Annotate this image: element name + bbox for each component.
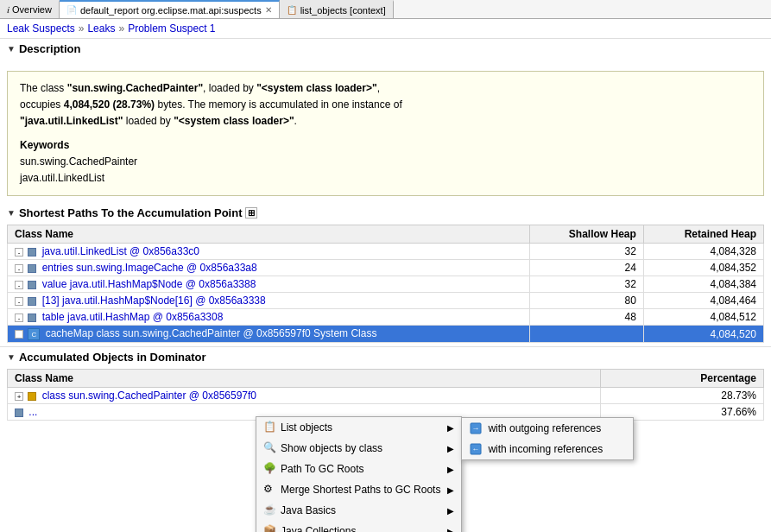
col-shallow-heap: Shallow Heap xyxy=(530,225,644,244)
expand-icon[interactable]: - xyxy=(15,264,23,273)
tab-list-objects[interactable]: 📋 list_objects [context] xyxy=(280,0,394,18)
context-menu-list-objects[interactable]: 📋 List objects ▶ → with outgoing referen… xyxy=(256,417,461,438)
list-objects-submenu: → with outgoing references ← with incomi… xyxy=(461,417,634,460)
description-text-line3: "java.util.LinkedList" loaded by "<syste… xyxy=(20,113,751,130)
breadcrumb-sep-2: » xyxy=(118,22,124,35)
breadcrumb-sep-1: » xyxy=(79,22,85,35)
incoming-icon: ← xyxy=(469,442,483,456)
dom-obj-icon xyxy=(28,392,36,401)
outgoing-label: with outgoing references xyxy=(488,422,601,434)
context-menu: 📋 List objects ▶ → with outgoing referen… xyxy=(256,416,462,532)
list-objects-label: List objects xyxy=(281,421,440,434)
tab-default-report[interactable]: 📄 default_report org.eclipse.mat.api:sus… xyxy=(60,0,280,18)
context-obj-icon: C xyxy=(28,328,40,340)
class-link[interactable]: value java.util.HashMap$Node @ 0x856a338… xyxy=(42,278,256,290)
expand-icon[interactable]: - xyxy=(15,281,23,289)
list-objects-icon: 📋 xyxy=(287,5,297,15)
expand-icon[interactable]: - xyxy=(15,314,23,322)
expand-icon[interactable]: - xyxy=(15,297,23,306)
table-row[interactable]: - [13] java.util.HashMap$Node[16] @ 0x85… xyxy=(8,293,764,309)
shortest-paths-table: Class Name Shallow Heap Retained Heap - … xyxy=(7,225,764,343)
merge-paths-label: Merge Shortest Paths to GC Roots xyxy=(281,484,440,496)
obj-icon xyxy=(28,248,36,256)
row-class: - value java.util.HashMap$Node @ 0x856a3… xyxy=(8,276,530,293)
submenu-arrow-6: ▶ xyxy=(447,527,454,533)
row-class: - entries sun.swing.ImageCache @ 0x856a3… xyxy=(8,260,530,276)
class-link[interactable]: table java.util.HashMap @ 0x856a3308 xyxy=(42,311,224,323)
table-row[interactable]: - table java.util.HashMap @ 0x856a3308 4… xyxy=(8,309,764,326)
description-section: ▼ Description xyxy=(0,39,771,67)
submenu-incoming[interactable]: ← with incoming references xyxy=(462,439,633,459)
accumulated-title: ▼ Accumulated Objects in Dominator xyxy=(7,351,764,364)
svg-text:←: ← xyxy=(472,445,480,453)
tab-overview-label: 𝑖 Overview xyxy=(7,4,52,16)
context-menu-java-basics[interactable]: ☕ Java Basics ▶ xyxy=(256,500,461,521)
breadcrumb: Leak Suspects » Leaks » Problem Suspect … xyxy=(0,19,771,39)
breadcrumb-leaks[interactable]: Leaks xyxy=(87,22,115,35)
shallow-heap xyxy=(530,326,644,343)
context-menu-gc-roots[interactable]: 🌳 Path To GC Roots ▶ xyxy=(256,459,461,479)
retained-heap: 4,084,328 xyxy=(643,244,763,260)
description-box: The class "sun.swing.CachedPainter", loa… xyxy=(7,71,764,196)
context-menu-merge-paths[interactable]: ⚙ Merge Shortest Paths to GC Roots ▶ xyxy=(256,479,461,500)
dom-table-row[interactable]: + class sun.swing.CachedPainter @ 0x8565… xyxy=(8,387,764,403)
dom-col-class: Class Name xyxy=(8,369,601,387)
expand-icon[interactable]: + xyxy=(15,330,23,339)
expand-icon[interactable]: - xyxy=(15,248,23,256)
dom-col-percentage: Percentage xyxy=(601,369,764,387)
row-class: - [13] java.util.HashMap$Node[16] @ 0x85… xyxy=(8,293,530,309)
retained-heap: 4,084,512 xyxy=(643,309,763,326)
shortest-paths-collapse-icon[interactable]: ▼ xyxy=(7,208,16,218)
svg-text:→: → xyxy=(472,424,480,433)
retained-heap: 4,084,520 xyxy=(643,326,763,343)
dom-expand-icon[interactable]: + xyxy=(15,392,23,401)
breadcrumb-problem-suspect[interactable]: Problem Suspect 1 xyxy=(128,22,215,35)
shortest-paths-icon[interactable]: ⊞ xyxy=(245,207,257,218)
list-class-name: "java.util.LinkedList" xyxy=(20,115,123,127)
retained-heap: 4,084,352 xyxy=(643,260,763,276)
description-text-line2: occupies 4,084,520 (28.73%) bytes. The m… xyxy=(20,97,751,113)
shallow-heap: 32 xyxy=(530,244,644,260)
table-row[interactable]: - entries sun.swing.ImageCache @ 0x856a3… xyxy=(8,260,764,276)
table-row[interactable]: - java.util.LinkedList @ 0x856a33c0 32 4… xyxy=(8,244,764,260)
context-menu-show-objects[interactable]: 🔍 Show objects by class ▶ xyxy=(256,438,461,459)
shallow-heap: 32 xyxy=(530,276,644,293)
collapse-icon[interactable]: ▼ xyxy=(7,44,16,54)
list-objects-icon: 📋 xyxy=(263,421,277,434)
class-link[interactable]: java.util.LinkedList @ 0x856a33c0 xyxy=(42,245,199,257)
shortest-paths-title: ▼ Shortest Paths To the Accumulation Poi… xyxy=(7,206,764,219)
table-row-selected[interactable]: + C cacheMap class sun.swing.CachedPaint… xyxy=(8,326,764,343)
obj-icon xyxy=(28,297,36,306)
keywords-section: Keywords sun.swing.CachedPainter java.ut… xyxy=(20,137,751,187)
report-icon: 📄 xyxy=(66,5,77,15)
retained-heap: 4,084,384 xyxy=(643,276,763,293)
submenu-arrow-5: ▶ xyxy=(447,506,454,516)
class-link[interactable]: entries sun.swing.ImageCache @ 0x856a33a… xyxy=(42,262,257,274)
loader-name-2: "<system class loader>" xyxy=(174,115,294,127)
submenu-arrow: ▶ xyxy=(447,423,454,433)
tab-default-report-label: default_report org.eclipse.mat.api:suspe… xyxy=(80,5,262,16)
show-objects-icon: 🔍 xyxy=(263,441,277,455)
dom-class-link-2[interactable]: ... xyxy=(28,406,37,418)
keywords-title: Keywords xyxy=(20,137,751,154)
dom-class-link[interactable]: class sun.swing.CachedPainter @ 0x856597… xyxy=(42,390,256,402)
tab-list-objects-label: list_objects [context] xyxy=(300,5,386,16)
accumulated-heading: Accumulated Objects in Dominator xyxy=(19,351,206,364)
breadcrumb-leak-suspects[interactable]: Leak Suspects xyxy=(7,22,75,35)
java-collections-icon: 📦 xyxy=(263,524,277,532)
dom-class: + class sun.swing.CachedPainter @ 0x8565… xyxy=(8,387,601,403)
class-link[interactable]: cacheMap class sun.swing.CachedPainter @… xyxy=(46,327,377,339)
row-class: - java.util.LinkedList @ 0x856a33c0 xyxy=(8,244,530,260)
submenu-outgoing[interactable]: → with outgoing references xyxy=(462,418,633,439)
class-name: "sun.swing.CachedPainter" xyxy=(67,82,203,94)
tab-overview[interactable]: 𝑖 Overview xyxy=(0,0,60,18)
class-link[interactable]: [13] java.util.HashMap$Node[16] @ 0x856a… xyxy=(42,294,266,307)
context-menu-java-collections[interactable]: 📦 Java Collections ▶ xyxy=(256,521,461,532)
keyword-1: sun.swing.CachedPainter xyxy=(20,154,751,170)
gc-roots-icon: 🌳 xyxy=(263,462,277,476)
obj-icon xyxy=(28,314,36,322)
tab-close-button[interactable]: ✕ xyxy=(265,5,272,15)
table-row[interactable]: - value java.util.HashMap$Node @ 0x856a3… xyxy=(8,276,764,293)
dom-percentage: 28.73% xyxy=(601,387,764,403)
accumulated-collapse-icon[interactable]: ▼ xyxy=(7,352,16,362)
